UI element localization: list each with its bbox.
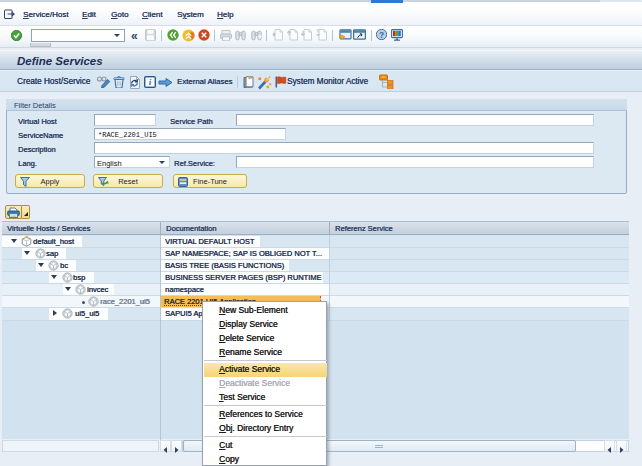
svg-text:?: ?: [379, 30, 384, 40]
